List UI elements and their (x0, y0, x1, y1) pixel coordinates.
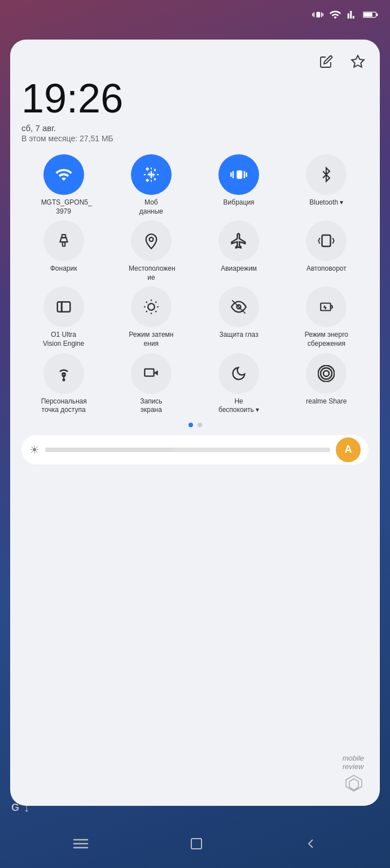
quick-tiles-grid: MGTS_GPON5_3979 ↑↓ Мобданные Вибрация (21, 154, 369, 415)
svg-rect-1 (376, 13, 378, 16)
google-icon: G (11, 802, 19, 814)
svg-point-12 (148, 304, 155, 311)
tile-ultra-vision[interactable]: O1 Ultra Vision Engine (21, 287, 106, 348)
svg-rect-42 (191, 839, 201, 849)
tile-hotspot[interactable]: Персональная точка доступа (21, 353, 106, 415)
tile-vibration-circle (218, 154, 259, 195)
svg-point-33 (63, 379, 64, 381)
tile-eye-care[interactable]: Защита глаз (197, 287, 281, 348)
brightness-slider[interactable]: ☀ A (21, 435, 369, 465)
brightness-sun-icon: ☀ (29, 443, 40, 457)
tile-location-circle (131, 220, 172, 261)
tile-airplane-circle (218, 220, 259, 261)
svg-point-37 (321, 368, 332, 379)
menu-button[interactable] (73, 837, 89, 853)
svg-line-16 (155, 311, 156, 313)
svg-point-36 (323, 371, 329, 376)
download-icon: ↓ (24, 801, 29, 814)
watermark-icon (344, 773, 364, 793)
date-display: сб, 7 авг. (21, 123, 369, 133)
page-dot-2 (198, 423, 202, 427)
auto-brightness-button[interactable]: A (336, 437, 361, 462)
tile-dark-mode-circle (131, 287, 172, 327)
tile-eye-care-circle (218, 287, 259, 327)
tile-ultra-vision-circle (43, 287, 84, 327)
svg-point-8 (149, 237, 153, 241)
tile-eye-care-label: Защита глаз (220, 331, 258, 340)
tile-bluetooth[interactable]: Bluetooth ▾ (284, 154, 369, 216)
page-indicator (21, 423, 369, 427)
tile-hotspot-label: Персональная точка доступа (41, 397, 86, 415)
tile-autorotate-circle (306, 220, 347, 261)
signal-icon (347, 9, 357, 23)
tile-wifi-circle (43, 154, 84, 195)
svg-rect-6 (62, 242, 64, 246)
svg-line-15 (146, 302, 147, 303)
status-bar (0, 0, 390, 32)
tile-realme-share[interactable]: realme Share (284, 353, 369, 415)
navigation-bar (0, 823, 390, 868)
tile-battery-saver-circle (306, 287, 347, 327)
tile-flashlight-circle (43, 220, 84, 261)
svg-rect-9 (322, 235, 331, 246)
svg-marker-3 (352, 55, 364, 67)
tile-battery-saver[interactable]: Режим энерго сбережения (284, 287, 369, 348)
tile-screen-record-circle (131, 353, 172, 394)
data-usage: В этом месяце: 27,51 МБ (21, 134, 369, 143)
tile-mobile-data-label: Мобданные (139, 198, 163, 216)
tile-autorotate[interactable]: Автоповорот (284, 220, 369, 282)
tile-dnd[interactable]: Не беспокоить ▾ (197, 353, 281, 415)
brightness-track[interactable] (45, 448, 330, 452)
brightness-fill (45, 448, 173, 452)
tile-hotspot-circle (43, 353, 84, 394)
tile-dark-mode[interactable]: Режим затемн ения (109, 287, 193, 348)
panel-top-icons (21, 51, 369, 72)
home-button[interactable] (189, 836, 204, 854)
tile-location-label: Местоположен ие (129, 264, 174, 282)
tile-bluetooth-circle (306, 154, 347, 195)
vibrate-icon (312, 9, 323, 23)
tile-flashlight[interactable]: Фонарик (21, 220, 106, 282)
tile-screen-record[interactable]: Запись экрана (109, 353, 193, 415)
tile-dnd-circle (218, 353, 259, 394)
svg-rect-34 (144, 368, 154, 376)
svg-text:↑↓: ↑↓ (147, 170, 155, 179)
svg-rect-2 (363, 12, 373, 16)
tile-mobile-data-circle: ↑↓ (131, 154, 172, 195)
notification-bar: G ↓ (11, 801, 29, 814)
tile-airplane[interactable]: Авиарежим (197, 220, 281, 282)
svg-line-20 (155, 302, 156, 303)
tile-battery-saver-label: Режим энерго сбережения (304, 331, 349, 348)
tile-autorotate-label: Автоповорот (306, 264, 347, 274)
page-dot-1 (189, 423, 193, 427)
svg-line-19 (146, 311, 147, 313)
tile-ultra-vision-label: O1 Ultra Vision Engine (41, 331, 86, 348)
tile-wifi[interactable]: MGTS_GPON5_3979 (21, 154, 106, 216)
tile-realme-share-circle (306, 353, 347, 394)
tile-screen-record-label: Запись экрана (129, 397, 174, 415)
watermark-text: mobilereview (343, 754, 364, 771)
tile-dark-mode-label: Режим затемн ения (129, 331, 174, 348)
settings-button[interactable] (347, 51, 369, 72)
tile-vibration[interactable]: Вибрация (197, 154, 281, 216)
back-button[interactable] (305, 837, 317, 853)
battery-icon (363, 10, 379, 22)
watermark: mobilereview (343, 754, 364, 793)
tile-realme-share-label: realme Share (306, 397, 347, 406)
tile-mobile-data[interactable]: ↑↓ Мобданные (109, 154, 193, 216)
tile-location[interactable]: Местоположен ие (109, 220, 193, 282)
tile-bluetooth-label: Bluetooth ▾ (309, 198, 343, 207)
quick-settings-panel: 19:26 сб, 7 авг. В этом месяце: 27,51 МБ… (10, 40, 380, 806)
tile-flashlight-label: Фонарик (50, 264, 77, 274)
svg-rect-10 (57, 302, 70, 313)
tile-dnd-label: Не беспокоить ▾ (216, 397, 261, 415)
tile-wifi-label: MGTS_GPON5_3979 (41, 198, 86, 216)
tile-airplane-label: Авиарежим (221, 264, 257, 274)
svg-rect-24 (321, 303, 331, 311)
wifi-status-icon (329, 8, 341, 24)
tile-vibration-label: Вибрация (224, 198, 255, 207)
edit-button[interactable] (315, 51, 337, 72)
time-display: 19:26 (21, 78, 369, 119)
